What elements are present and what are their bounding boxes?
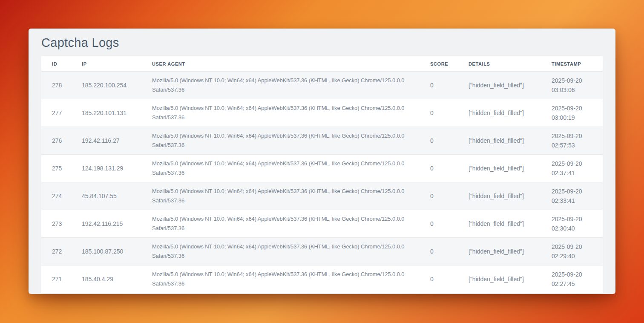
logs-table-header: ID IP USER AGENT SCORE DETAILS TIMESTAMP bbox=[41, 56, 603, 72]
cell-user-agent: Mozilla/5.0 (Windows NT 10.0; Win64; x64… bbox=[141, 182, 420, 210]
column-header-timestamp: TIMESTAMP bbox=[541, 56, 603, 72]
cell-user-agent: Mozilla/5.0 (Windows NT 10.0; Win64; x64… bbox=[141, 210, 420, 238]
cell-user-agent: Mozilla/5.0 (Windows NT 10.0; Win64; x64… bbox=[141, 238, 420, 265]
cell-ip: 185.100.87.250 bbox=[71, 238, 141, 265]
cell-id: 272 bbox=[41, 238, 71, 265]
cell-ip: 124.198.131.29 bbox=[71, 155, 141, 182]
column-header-user-agent: USER AGENT bbox=[141, 56, 420, 72]
cell-user-agent: Mozilla/5.0 (Windows NT 10.0; Win64; x64… bbox=[141, 265, 420, 293]
cell-score: 0 bbox=[420, 182, 458, 210]
cell-id: 278 bbox=[41, 72, 71, 99]
cell-score: 0 bbox=[420, 210, 458, 238]
cell-user-agent: Mozilla/5.0 (Windows NT 10.0; Win64; x64… bbox=[141, 72, 420, 99]
cell-timestamp: 2025-09-20 03:00:19 bbox=[541, 99, 603, 127]
cell-user-agent: Mozilla/5.0 (Windows NT 10.0; Win64; x64… bbox=[141, 99, 420, 127]
cell-score: 0 bbox=[420, 99, 458, 127]
cell-timestamp: 2025-09-20 03:03:06 bbox=[541, 72, 603, 99]
cell-score: 0 bbox=[420, 265, 458, 293]
table-row: 276 192.42.116.27 Mozilla/5.0 (Windows N… bbox=[41, 127, 603, 155]
cell-details: ["hidden_field_filled"] bbox=[458, 210, 541, 238]
cell-ip: 185.40.4.29 bbox=[71, 265, 141, 293]
cell-user-agent: Mozilla/5.0 (Windows NT 10.0; Win64; x64… bbox=[141, 155, 420, 182]
table-row: 274 45.84.107.55 Mozilla/5.0 (Windows NT… bbox=[41, 182, 603, 210]
captcha-logs-card: Captcha Logs ID IP USER AGENT SCORE DETA… bbox=[29, 29, 615, 294]
column-header-score: SCORE bbox=[420, 56, 458, 72]
cell-user-agent: Mozilla/5.0 (Windows NT 10.0; Win64; x64… bbox=[141, 127, 420, 155]
column-header-details: DETAILS bbox=[458, 56, 541, 72]
cell-id: 276 bbox=[41, 127, 71, 155]
column-header-ip: IP bbox=[71, 56, 141, 72]
cell-score: 0 bbox=[420, 238, 458, 265]
cell-id: 271 bbox=[41, 265, 71, 293]
logs-table-container: ID IP USER AGENT SCORE DETAILS TIMESTAMP… bbox=[41, 56, 603, 293]
cell-details: ["hidden_field_filled"] bbox=[458, 265, 541, 293]
cell-ip: 185.220.101.131 bbox=[71, 99, 141, 127]
logs-table-body: 278 185.220.100.254 Mozilla/5.0 (Windows… bbox=[41, 72, 603, 293]
cell-id: 273 bbox=[41, 210, 71, 238]
cell-ip: 192.42.116.215 bbox=[71, 210, 141, 238]
table-row: 275 124.198.131.29 Mozilla/5.0 (Windows … bbox=[41, 155, 603, 182]
cell-score: 0 bbox=[420, 155, 458, 182]
cell-score: 0 bbox=[420, 127, 458, 155]
cell-details: ["hidden_field_filled"] bbox=[458, 155, 541, 182]
table-row: 277 185.220.101.131 Mozilla/5.0 (Windows… bbox=[41, 99, 603, 127]
column-header-id: ID bbox=[41, 56, 71, 72]
table-row: 271 185.40.4.29 Mozilla/5.0 (Windows NT … bbox=[41, 265, 603, 293]
header-row: ID IP USER AGENT SCORE DETAILS TIMESTAMP bbox=[41, 56, 603, 72]
cell-score: 0 bbox=[420, 72, 458, 99]
page-title: Captcha Logs bbox=[41, 35, 603, 50]
cell-timestamp: 2025-09-20 02:57:53 bbox=[541, 127, 603, 155]
cell-id: 274 bbox=[41, 182, 71, 210]
cell-id: 275 bbox=[41, 155, 71, 182]
cell-details: ["hidden_field_filled"] bbox=[458, 72, 541, 99]
logs-table: ID IP USER AGENT SCORE DETAILS TIMESTAMP… bbox=[41, 56, 603, 293]
cell-timestamp: 2025-09-20 02:27:45 bbox=[541, 265, 603, 293]
table-row: 278 185.220.100.254 Mozilla/5.0 (Windows… bbox=[41, 72, 603, 99]
cell-timestamp: 2025-09-20 02:33:41 bbox=[541, 182, 603, 210]
cell-timestamp: 2025-09-20 02:30:40 bbox=[541, 210, 603, 238]
cell-ip: 192.42.116.27 bbox=[71, 127, 141, 155]
cell-id: 277 bbox=[41, 99, 71, 127]
cell-details: ["hidden_field_filled"] bbox=[458, 99, 541, 127]
cell-details: ["hidden_field_filled"] bbox=[458, 182, 541, 210]
cell-details: ["hidden_field_filled"] bbox=[458, 238, 541, 265]
cell-ip: 45.84.107.55 bbox=[71, 182, 141, 210]
table-row: 273 192.42.116.215 Mozilla/5.0 (Windows … bbox=[41, 210, 603, 238]
cell-ip: 185.220.100.254 bbox=[71, 72, 141, 99]
table-row: 272 185.100.87.250 Mozilla/5.0 (Windows … bbox=[41, 238, 603, 265]
cell-timestamp: 2025-09-20 02:29:40 bbox=[541, 238, 603, 265]
cell-details: ["hidden_field_filled"] bbox=[458, 127, 541, 155]
cell-timestamp: 2025-09-20 02:37:41 bbox=[541, 155, 603, 182]
